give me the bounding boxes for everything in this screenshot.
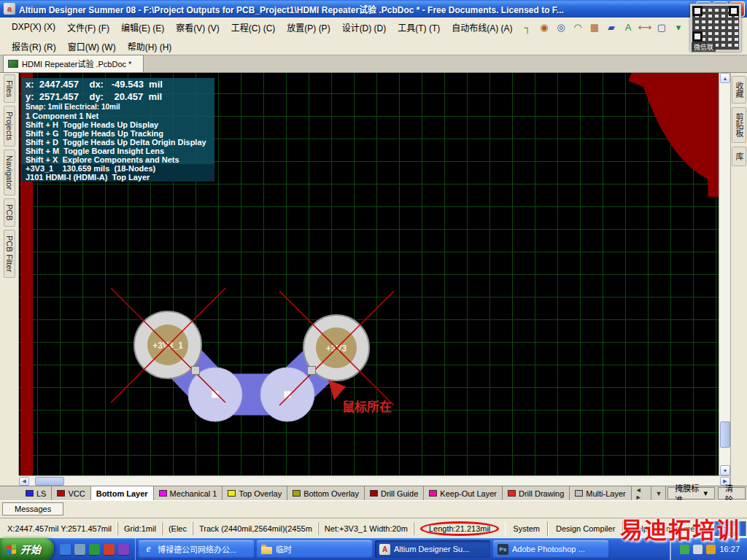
via-2[interactable] xyxy=(260,368,314,421)
layer-tab-label: Mechanical 1 xyxy=(170,489,217,498)
horizontal-scrollbar[interactable]: ◀ ▶ xyxy=(19,475,730,486)
menu-window[interactable]: 窗口(W) (W) xyxy=(62,38,122,55)
layer-tab-keepout[interactable]: Keep-Out Layer xyxy=(424,486,503,500)
antivirus-tray-icon[interactable] xyxy=(680,545,689,554)
place-room-icon[interactable]: ▢ xyxy=(654,20,669,34)
hud-component-line: J101 HDMI-I (HDMI-A) Top Layer xyxy=(22,173,214,182)
edit-handle[interactable] xyxy=(192,367,200,375)
vertical-scrollbar[interactable]: ▲ ▼ xyxy=(719,73,730,475)
network-tray-icon[interactable] xyxy=(706,545,716,554)
place-via-icon[interactable]: ◎ xyxy=(554,20,568,34)
status-length: Length:21.213mil xyxy=(414,522,505,535)
media-player-icon[interactable] xyxy=(89,544,100,555)
mask-level-button[interactable]: 掩膜标准 ▾ xyxy=(667,487,715,499)
design-compiler-panels-button[interactable]: Design Compiler xyxy=(548,521,623,536)
photoshop-icon xyxy=(498,544,508,555)
menubar: DXP(X) (X) 文件(F) (F) 编辑(E) (E) 察看(V) (V)… xyxy=(0,18,747,55)
menu-place[interactable]: 放置(P) (P) xyxy=(281,19,336,36)
layer-tab-bar: LS VCC Bottom Layer Mechanical 1 Top Ove… xyxy=(0,486,747,500)
hud-summary-line: 1 Component 1 Net xyxy=(22,112,214,120)
taskbar-item-label: Adobe Photoshop ... xyxy=(512,545,585,553)
scroll-up-icon[interactable]: ▲ xyxy=(720,73,730,83)
windows-flag-icon xyxy=(7,544,16,555)
panel-tab-files[interactable]: Files xyxy=(4,74,15,103)
volume-tray-icon[interactable] xyxy=(693,545,703,554)
interactive-route-icon[interactable]: ┐ xyxy=(520,20,535,34)
menu-row-1: DXP(X) (X) 文件(F) (F) 编辑(E) (E) 察看(V) (V)… xyxy=(0,18,747,36)
vertical-scroll-thumb[interactable] xyxy=(720,421,730,448)
place-arc-icon[interactable]: ◠ xyxy=(570,20,585,34)
start-button[interactable]: 开始 xyxy=(0,538,54,560)
pcb-canvas[interactable]: +3V3_1 +3V3 鼠标所在 x: 2447.457 dx: -49.543… xyxy=(19,73,719,475)
edit-handle[interactable] xyxy=(308,367,316,375)
panel-tab-navigator[interactable]: Navigator xyxy=(4,149,15,195)
help-panels-button[interactable]: Help xyxy=(623,521,656,536)
messages-panel-tab[interactable]: Messages xyxy=(2,502,63,516)
taskbar-item-folder[interactable]: 临时 xyxy=(257,540,372,558)
status-track: Track (2440mil,2564mil)(2455m xyxy=(193,522,318,535)
panel-tab-projects[interactable]: Projects xyxy=(4,106,15,147)
messenger-icon[interactable] xyxy=(104,544,115,555)
ie-quicklaunch-icon[interactable] xyxy=(60,544,71,555)
layer-tab-scroll-control[interactable]: ◄ ► xyxy=(632,486,652,500)
layer-tab-multi-layer[interactable]: Multi-Layer xyxy=(570,486,631,500)
menu-edit[interactable]: 编辑(E) (E) xyxy=(115,19,170,36)
taskbar-item-photoshop[interactable]: Adobe Photoshop ... xyxy=(493,540,608,558)
menu-file[interactable]: 文件(F) (F) xyxy=(61,19,115,36)
taskbar-item-altium[interactable]: Altium Designer Su... xyxy=(375,540,490,558)
panel-tab-pcb-filter[interactable]: PCB Filter xyxy=(4,230,15,278)
layer-tab-vcc[interactable]: VCC xyxy=(52,486,90,500)
panel-tab-clipboard[interactable]: 剪贴板 xyxy=(732,107,746,143)
qr-finder-icon xyxy=(692,6,703,16)
panel-tab-pcb[interactable]: PCB xyxy=(4,198,15,227)
taskbar-item-browser[interactable]: 博禄德公司网络办公... xyxy=(139,540,254,558)
hud-shortcut-g: Shift + G Toggle Heads Up Tracking xyxy=(22,129,214,138)
place-pad-icon[interactable]: ◉ xyxy=(537,20,551,34)
menu-view[interactable]: 察看(V) (V) xyxy=(170,19,225,36)
taskbar-clock[interactable]: 16:27 xyxy=(719,545,740,553)
place-dimension-icon[interactable]: ⟷ xyxy=(638,20,652,34)
messages-row: Messages xyxy=(0,500,747,518)
menu-tools[interactable]: 工具(T) (T) xyxy=(392,19,446,36)
layer-tab-bottom-overlay[interactable]: Bottom Overlay xyxy=(287,486,365,500)
layer-tab-drill-drawing[interactable]: Drill Drawing xyxy=(503,486,570,500)
doc-tab-pcbdoc[interactable]: HDMI Repeater试验 .PcbDoc * xyxy=(3,55,144,72)
titlebar[interactable]: a Altium Designer Summer 08 - F:\Project… xyxy=(0,0,747,18)
layer-filter-dropdown-icon[interactable]: ▼ xyxy=(651,486,666,500)
menu-help[interactable]: 帮助(H) (H) xyxy=(122,38,178,55)
toolbar-dropdown-icon[interactable]: ▾ xyxy=(671,20,686,34)
instruments-panels-button[interactable]: Instruments xyxy=(656,521,713,536)
scroll-down-icon[interactable]: ▼ xyxy=(720,465,730,475)
panel-tab-libraries[interactable]: 库 xyxy=(732,147,746,166)
horizontal-scroll-thumb[interactable] xyxy=(35,477,64,486)
status-grid: Grid:1mil xyxy=(117,522,162,535)
panel-tab-favorites[interactable]: 收藏 xyxy=(732,76,746,104)
scroll-left-icon[interactable]: ◀ xyxy=(19,477,29,486)
menu-reports[interactable]: 报告(R) (R) xyxy=(6,38,62,55)
place-string-icon[interactable]: A xyxy=(621,20,635,34)
menu-autoroute[interactable]: 自动布线(A) (A) xyxy=(446,19,518,36)
menu-design[interactable]: 设计(D) (D) xyxy=(336,19,392,36)
windows-taskbar: 开始 博禄德公司网络办公... 临时 Altium Designer Su...… xyxy=(0,538,747,560)
place-polygon-icon[interactable]: ▰ xyxy=(604,20,619,34)
show-desktop-icon[interactable] xyxy=(74,544,85,555)
menu-project[interactable]: 工程(C) (C) xyxy=(225,19,282,36)
menu-dxp[interactable]: DXP(X) (X) xyxy=(6,20,61,34)
via-1[interactable] xyxy=(188,368,242,421)
layer-tab-mechanical1[interactable]: Mechanical 1 xyxy=(154,486,223,500)
system-panels-button[interactable]: System xyxy=(505,521,548,536)
place-fill-icon[interactable]: ▦ xyxy=(587,20,602,34)
altium-logo-icon: a xyxy=(4,3,15,15)
left-panel-dock: Files Projects Navigator PCB PCB Filter xyxy=(0,73,19,475)
layer-tab-top-overlay[interactable]: Top Overlay xyxy=(222,486,287,500)
layer-tab-label: LS xyxy=(36,489,46,498)
layer-tab-bottom-layer[interactable]: Bottom Layer xyxy=(91,486,154,500)
layer-tab-drill-guide[interactable]: Drill Guide xyxy=(365,486,424,500)
clear-button[interactable]: 清除 xyxy=(718,487,746,499)
cursor-arrow-annotation xyxy=(328,380,346,400)
hud-shortcut-h: Shift + H Toggle Heads Up Display xyxy=(22,120,214,129)
layer-tab-ls[interactable]: LS xyxy=(20,486,52,500)
hud-x-line: x: 2447.457 dx: -49.543 mil xyxy=(22,78,214,90)
pcb-panels-button[interactable]: PCB xyxy=(713,521,746,536)
outlook-icon[interactable] xyxy=(118,544,129,555)
